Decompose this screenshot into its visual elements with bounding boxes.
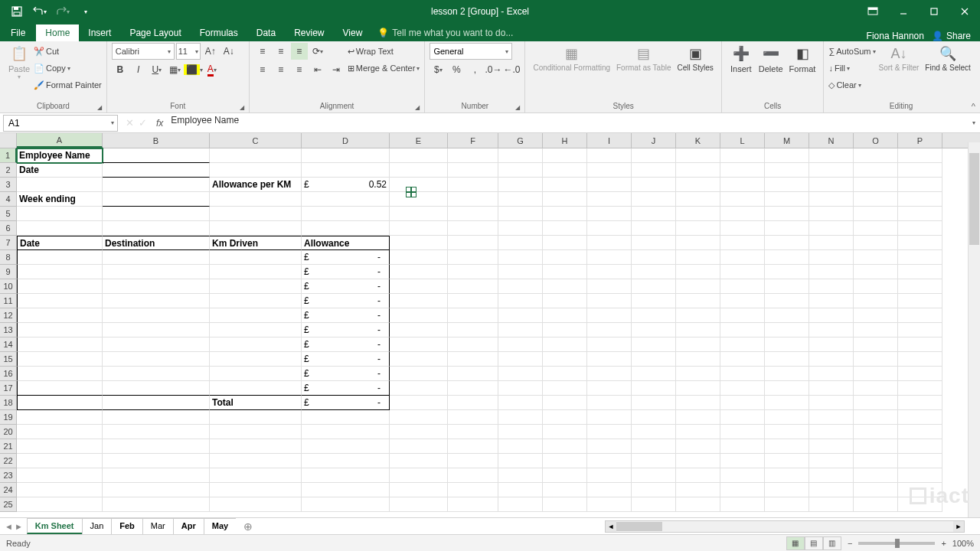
vertical-scrollbar[interactable] [968,142,980,517]
ribbon-display-icon[interactable] [858,0,888,23]
row-header-14[interactable]: 14 [0,337,17,352]
cell-O15[interactable] [854,352,898,367]
align-right-icon[interactable]: ≡ [291,61,308,78]
cell-A24[interactable] [17,483,103,497]
increase-indent-icon[interactable]: ⇥ [328,61,345,78]
cell-I16[interactable] [587,367,632,381]
cell-I22[interactable] [587,454,632,468]
cell-G16[interactable] [498,367,543,381]
column-header-N[interactable]: N [809,133,854,148]
cell-P14[interactable] [898,337,942,352]
cell-J15[interactable] [632,352,676,367]
cell-F7[interactable] [448,236,498,250]
cancel-formula-icon[interactable]: ✕ [126,117,134,129]
name-box[interactable]: A1▾ [3,115,118,132]
cell-O2[interactable] [854,163,898,178]
cell-J16[interactable] [632,367,676,381]
cell-A15[interactable] [17,352,103,367]
zoom-out-icon[interactable]: − [848,539,852,548]
cell-C20[interactable] [210,425,302,439]
cell-F21[interactable] [448,439,498,454]
align-center-icon[interactable]: ≡ [273,61,289,78]
cell-H8[interactable] [543,250,587,265]
row-header-21[interactable]: 21 [0,439,17,454]
cell-E9[interactable] [390,265,448,279]
cell-H6[interactable] [543,221,587,236]
cell-C17[interactable] [210,381,302,396]
cell-E25[interactable] [390,497,448,512]
cell-G9[interactable] [498,265,543,279]
zoom-slider[interactable] [858,542,935,545]
delete-cells-button[interactable]: ➖Delete [756,43,786,75]
cell-I19[interactable] [587,410,632,425]
sheet-tab-apr[interactable]: Apr [173,518,204,534]
tab-data[interactable]: Data [247,24,285,41]
column-header-D[interactable]: D [302,133,390,148]
cell-O4[interactable] [854,192,898,207]
cell-B18[interactable] [103,396,210,410]
cell-C18[interactable]: Total [210,396,302,410]
page-break-view-icon[interactable]: ▥ [823,536,841,550]
cell-E1[interactable] [390,148,448,163]
cell-M12[interactable] [765,308,809,323]
cell-L1[interactable] [720,148,765,163]
cut-button[interactable]: ✂️Cut [34,43,102,60]
cell-H18[interactable] [543,396,587,410]
cell-F23[interactable] [448,468,498,483]
cell-J10[interactable] [632,279,676,294]
cell-A13[interactable] [17,323,103,337]
cell-H25[interactable] [543,497,587,512]
cell-B10[interactable] [103,279,210,294]
cell-B14[interactable] [103,337,210,352]
cell-F3[interactable] [448,178,498,192]
cell-F11[interactable] [448,294,498,308]
cell-F5[interactable] [448,207,498,221]
cell-N18[interactable] [809,396,854,410]
row-header-2[interactable]: 2 [0,163,17,178]
increase-font-icon[interactable]: A↑ [202,43,219,60]
row-header-19[interactable]: 19 [0,410,17,425]
column-header-F[interactable]: F [448,133,498,148]
cell-C16[interactable] [210,367,302,381]
share-button[interactable]: 👤Share [932,31,971,41]
cell-C13[interactable] [210,323,302,337]
sheet-tab-mar[interactable]: Mar [142,518,174,534]
italic-button[interactable]: I [130,61,147,78]
minimize-icon[interactable] [888,0,919,23]
cell-M14[interactable] [765,337,809,352]
cell-D17[interactable]: £- [302,381,390,396]
cell-F12[interactable] [448,308,498,323]
cell-N1[interactable] [809,148,854,163]
cell-M19[interactable] [765,410,809,425]
cell-B23[interactable] [103,468,210,483]
cell-L13[interactable] [720,323,765,337]
cell-I4[interactable] [587,192,632,207]
cell-E21[interactable] [390,439,448,454]
cell-P8[interactable] [898,250,942,265]
cell-J23[interactable] [632,468,676,483]
cell-P11[interactable] [898,294,942,308]
cell-P5[interactable] [898,207,942,221]
cell-D6[interactable] [302,221,390,236]
cell-E16[interactable] [390,367,448,381]
cell-L2[interactable] [720,163,765,178]
cell-P19[interactable] [898,410,942,425]
close-icon[interactable] [949,0,980,23]
cell-E15[interactable] [390,352,448,367]
normal-view-icon[interactable]: ▦ [786,536,805,550]
cell-I11[interactable] [587,294,632,308]
cell-H1[interactable] [543,148,587,163]
cell-H22[interactable] [543,454,587,468]
cell-G12[interactable] [498,308,543,323]
cell-J25[interactable] [632,497,676,512]
cell-G6[interactable] [498,221,543,236]
column-header-C[interactable]: C [210,133,302,148]
cell-G10[interactable] [498,279,543,294]
format-painter-button[interactable]: 🖌️Format Painter [34,77,102,93]
cell-A11[interactable] [17,294,103,308]
cell-E17[interactable] [390,381,448,396]
cell-O25[interactable] [854,497,898,512]
cell-K25[interactable] [676,497,720,512]
tab-review[interactable]: Review [285,24,333,41]
cell-P3[interactable] [898,178,942,192]
